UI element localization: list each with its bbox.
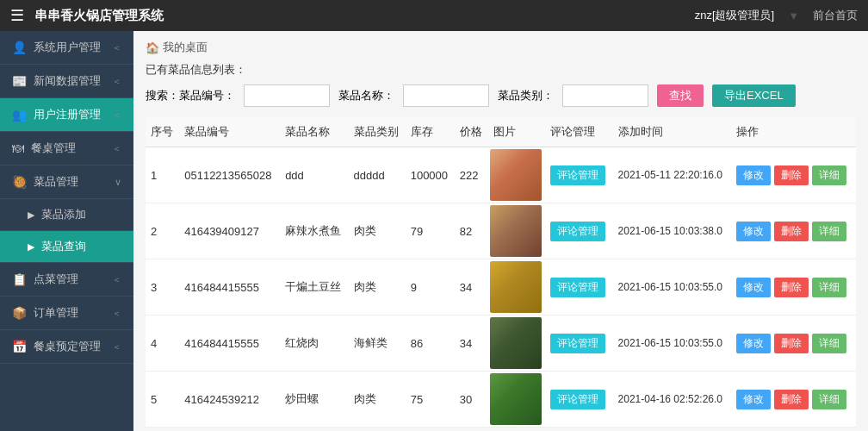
detail-button[interactable]: 详细 (812, 278, 846, 297)
search-bar: 搜索：菜品编号： 菜品名称： 菜品类别： 查找 导出EXCEL (146, 84, 856, 107)
cell-code: 05112213565028 (179, 147, 280, 203)
sidebar-item-user-reg[interactable]: 👥 用户注册管理 ＜ (0, 98, 133, 132)
search-label-code: 搜索：菜品编号： (146, 88, 235, 103)
cell-seq: 2 (146, 203, 179, 259)
cell-name: 麻辣水煮鱼 (280, 203, 348, 259)
dish-icon: 🥘 (12, 175, 27, 189)
comment-management-button[interactable]: 评论管理 (550, 334, 605, 353)
edit-button[interactable]: 修改 (736, 222, 771, 241)
comment-management-button[interactable]: 评论管理 (550, 166, 605, 185)
comment-management-button[interactable]: 评论管理 (550, 222, 605, 241)
arrow-icon-order-mgmt: ＜ (112, 307, 121, 320)
th-add-time: 添加时间 (613, 117, 732, 147)
th-comment: 评论管理 (545, 117, 612, 147)
cell-comment: 评论管理 (545, 315, 612, 372)
cell-type: 肉类 (349, 372, 406, 428)
arrow-icon-order-point: ＜ (112, 273, 121, 286)
table-row: 1 05112213565028 ddd ddddd 100000 222 评论… (146, 147, 856, 203)
cell-img (488, 147, 545, 203)
comment-management-button[interactable]: 评论管理 (550, 390, 605, 409)
table-icon: 🍽 (12, 141, 24, 155)
search-input-name[interactable] (403, 84, 489, 107)
sidebar-item-news[interactable]: 📰 新闻数据管理 ＜ (0, 65, 133, 98)
cell-action: 修改 删除 详细 (731, 203, 856, 259)
topbar-home-link[interactable]: 前台首页 (813, 8, 858, 23)
sidebar-item-table-mgmt[interactable]: 🍽 餐桌管理 ＜ (0, 132, 133, 166)
cell-seq: 1 (146, 147, 179, 203)
cell-action: 修改 删除 详细 (731, 372, 856, 428)
edit-button[interactable]: 修改 (736, 278, 771, 297)
main-content: 🏠 我的桌面 已有菜品信息列表： 搜索：菜品编号： 菜品名称： 菜品类别： 查找… (133, 31, 868, 431)
search-label-name: 菜品名称： (338, 88, 394, 103)
sidebar-item-dish-query[interactable]: ▶ 菜品查询 (0, 231, 133, 263)
cell-comment: 评论管理 (545, 147, 612, 203)
arrow-icon-user-reg: ＜ (112, 109, 121, 122)
search-input-code[interactable] (244, 84, 330, 107)
delete-button[interactable]: 删除 (774, 166, 809, 185)
cell-comment: 评论管理 (545, 259, 612, 315)
delete-button[interactable]: 删除 (774, 278, 809, 297)
cell-add-time: 2021-06-15 10:03:55.0 (613, 259, 732, 315)
sub-arrow-dish-query: ▶ (28, 241, 34, 253)
edit-button[interactable]: 修改 (736, 166, 771, 185)
cell-add-time: 2021-06-15 10:03:55.0 (613, 315, 732, 372)
export-button[interactable]: 导出EXCEL (712, 84, 796, 107)
dish-table-wrapper: 序号 菜品编号 菜品名称 菜品类别 库存 价格 图片 评论管理 添加时间 操作 … (146, 117, 856, 428)
cell-img (488, 372, 545, 428)
sub-arrow-dish-add: ▶ (28, 209, 34, 221)
cell-type: 肉类 (349, 259, 406, 315)
cell-type: 海鲜类 (349, 315, 406, 372)
cell-stock: 86 (406, 315, 455, 372)
edit-button[interactable]: 修改 (736, 390, 771, 409)
cell-seq: 5 (146, 372, 179, 428)
search-button[interactable]: 查找 (657, 84, 704, 107)
user-reg-icon: 👥 (12, 108, 27, 122)
cell-type: 肉类 (349, 203, 406, 259)
th-seq: 序号 (146, 117, 179, 147)
topbar: ☰ 串串香火锅店管理系统 znz[超级管理员] ▼ 前台首页 (0, 0, 868, 31)
edit-button[interactable]: 修改 (736, 334, 771, 353)
sidebar-item-order-point[interactable]: 📋 点菜管理 ＜ (0, 263, 133, 297)
delete-button[interactable]: 删除 (774, 222, 809, 241)
sidebar-label-order-point: 点菜管理 (34, 272, 78, 287)
delete-button[interactable]: 删除 (774, 390, 809, 409)
layout: 👤 系统用户管理 ＜ 📰 新闻数据管理 ＜ 👥 用户注册管理 ＜ 🍽 餐桌管理 (0, 31, 868, 431)
cell-action: 修改 删除 详细 (731, 147, 856, 203)
th-name: 菜品名称 (280, 117, 348, 147)
cell-add-time: 2021-06-15 10:03:38.0 (613, 203, 732, 259)
sidebar-label-dish-mgmt: 菜品管理 (34, 174, 78, 190)
table-row: 3 416484415555 干煸土豆丝 肉类 9 34 评论管理 2021-0… (146, 259, 856, 315)
sidebar-item-sys-user[interactable]: 👤 系统用户管理 ＜ (0, 31, 133, 65)
delete-button[interactable]: 删除 (774, 334, 809, 353)
table-row: 5 416424539212 炒田螺 肉类 75 30 评论管理 2021-04… (146, 372, 856, 428)
cell-type: ddddd (349, 147, 406, 203)
arrow-icon-news: ＜ (112, 75, 121, 88)
sidebar-label-order-mgmt: 订单管理 (34, 305, 78, 321)
cell-name: 炒田螺 (280, 372, 348, 428)
detail-button[interactable]: 详细 (812, 166, 846, 185)
sidebar-item-order-mgmt[interactable]: 📦 订单管理 ＜ (0, 297, 133, 330)
cell-action: 修改 删除 详细 (731, 259, 856, 315)
cell-price: 222 (455, 147, 488, 203)
sidebar-item-dish-mgmt[interactable]: 🥘 菜品管理 ∨ (0, 166, 133, 199)
cell-action: 修改 删除 详细 (731, 315, 856, 372)
sidebar-item-dish-add[interactable]: ▶ 菜品添加 (0, 199, 133, 231)
table-row: 4 416484415555 红烧肉 海鲜类 86 34 评论管理 2021-0… (146, 315, 856, 372)
hamburger-icon[interactable]: ☰ (10, 6, 24, 25)
arrow-icon-reserve: ＜ (112, 340, 121, 353)
order-mgmt-icon: 📦 (12, 306, 27, 320)
detail-button[interactable]: 详细 (812, 390, 846, 409)
cell-price: 34 (455, 315, 488, 372)
cell-stock: 79 (406, 203, 455, 259)
th-code: 菜品编号 (179, 117, 280, 147)
search-input-type[interactable] (562, 84, 648, 107)
cell-price: 34 (455, 259, 488, 315)
detail-button[interactable]: 详细 (812, 334, 846, 353)
cell-img (488, 203, 545, 259)
comment-management-button[interactable]: 评论管理 (550, 278, 605, 297)
detail-button[interactable]: 详细 (812, 222, 846, 241)
order-point-icon: 📋 (12, 272, 27, 286)
topbar-user: znz[超级管理员] (695, 8, 774, 23)
cell-price: 82 (455, 203, 488, 259)
sidebar-item-table-reserve[interactable]: 📅 餐桌预定管理 ＜ (0, 330, 133, 364)
